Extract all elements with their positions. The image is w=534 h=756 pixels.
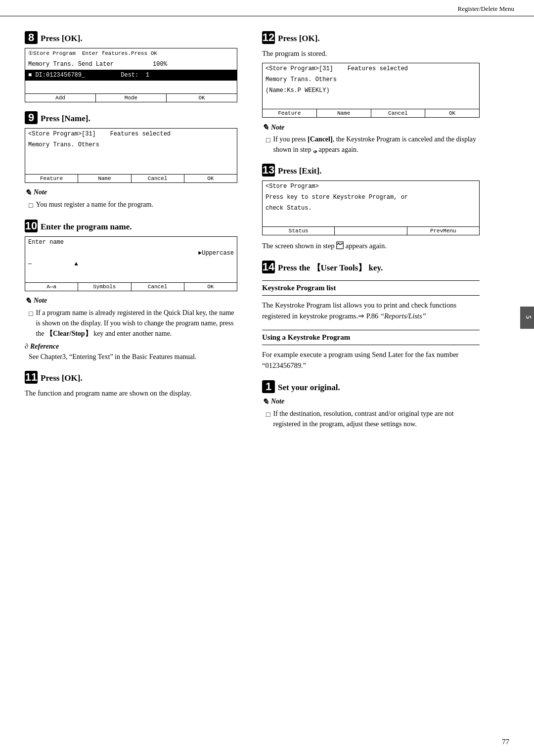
note-text: If the destination, resolution, contrast… — [273, 408, 480, 429]
screen-row: check Status. — [263, 203, 479, 214]
step-11-number: 11 — [25, 371, 38, 384]
screen-buttons: A↔a Symbols Cancel OK — [25, 282, 237, 291]
using-section-title: Using a Keystroke Program — [262, 333, 480, 342]
note-header: ✎ Note — [262, 123, 480, 132]
step-12-title: Press [OK]. — [278, 34, 320, 44]
using-divider-bottom — [262, 345, 480, 345]
step-13-screen: <Store Program> Press key to store Keyst… — [262, 180, 480, 235]
note-header: ✎ Note — [25, 188, 237, 197]
screen-btn-ok: OK — [184, 175, 237, 182]
page-header: Register/Delete Menu — [0, 0, 534, 16]
screen-row: ①Store Program Enter features.Press OK — [25, 48, 237, 59]
screen-btn-ok: OK — [167, 94, 237, 102]
header-title: Register/Delete Menu — [458, 5, 514, 13]
reference-text: See Chapter3, “Entering Text” in the Bas… — [29, 352, 237, 362]
note-item: □ If a program name is already registere… — [29, 308, 237, 339]
step-12-note: ✎ Note □ If you press [Cancel], the Keys… — [262, 123, 480, 155]
screen-btn-name: Name — [317, 109, 371, 117]
screen-row: (Name:Ks.P WEEKLY) — [263, 85, 479, 96]
screen-btn-empty — [335, 227, 407, 235]
note-icon: ✎ — [262, 397, 268, 406]
step-using-1-header: 1 Set your original. — [262, 380, 480, 393]
step-14-number: 14 — [262, 261, 275, 273]
note-icon: ✎ — [25, 188, 31, 197]
step-9-screen: <Store Program>[31] Features selected Me… — [25, 128, 237, 183]
reference-header: ∂ Reference — [25, 343, 237, 351]
note-item: □ If the destination, resolution, contra… — [266, 408, 480, 429]
screen-row — [263, 214, 479, 224]
step-10-reference: ∂ Reference See Chapter3, “Entering Text… — [25, 343, 237, 362]
note-icon: ✎ — [262, 123, 268, 132]
using-divider — [262, 330, 480, 330]
step-10-number: 10 — [25, 220, 38, 232]
screen-row: Enter name — [25, 237, 237, 248]
reference-label: Reference — [30, 343, 59, 351]
step-8-header: 8 Press [OK]. — [25, 31, 237, 44]
screen-btn-feature: Feature — [25, 175, 78, 182]
step-13-header: 13 Press [Exit]. — [262, 164, 480, 177]
step-11-title: Press [OK]. — [41, 373, 83, 383]
screen-row — [25, 81, 237, 91]
note-header: ✎ Note — [25, 296, 237, 306]
note-bullet: □ — [29, 200, 33, 211]
screen-btn-cancel: Cancel — [371, 109, 426, 117]
screen-row — [263, 96, 479, 107]
step-10-screen: Enter name ►Uppercase — ▲ A↔a Symbols Ca… — [25, 236, 237, 291]
step-using-1-number: 1 — [262, 380, 275, 393]
screen-row — [25, 150, 237, 161]
screen-buttons: Feature Name Cancel OK — [263, 109, 479, 117]
screen-btn-ok: OK — [425, 109, 479, 117]
step-10-title: Enter the program name. — [41, 222, 132, 232]
screen-btn-feature: Feature — [263, 109, 317, 117]
using-body: For example execute a program using Send… — [262, 349, 480, 371]
note-text: If a program name is already registered … — [36, 308, 237, 339]
keystroke-divider-bottom — [262, 295, 480, 296]
screen-btn-prevmenu: PrevMenu — [407, 227, 479, 235]
screen-btn-ok: OK — [184, 283, 237, 291]
screen-row: ►Uppercase — [25, 248, 237, 259]
screen-btn-symbols: Symbols — [78, 283, 131, 291]
screen-btn-name: Name — [78, 175, 131, 182]
screen-buttons: Status PrevMenu — [263, 226, 479, 235]
screen-btn-mode: Mode — [96, 94, 167, 102]
step-13-number: 13 — [262, 164, 275, 177]
step-using-1-note: ✎ Note □ If the destination, resolution,… — [262, 397, 480, 429]
note-label: Note — [271, 124, 284, 132]
note-label: Note — [34, 188, 47, 196]
step-12-number: 12 — [262, 31, 275, 44]
side-tab: 5 — [520, 307, 534, 329]
step-12-header: 12 Press [OK]. — [262, 31, 480, 44]
step-9-title: Press [Name]. — [41, 114, 90, 124]
screen-row: Memory Trans. Others — [25, 139, 237, 150]
step-10-header: 10 Enter the program name. — [25, 220, 237, 232]
screen-btn-cancel: Cancel — [132, 175, 184, 182]
screen-row — [25, 269, 237, 280]
screen-row: <Store Program>[31] Features selected — [263, 63, 479, 74]
keystroke-body: The Keystroke Program list allows you to… — [262, 300, 480, 322]
screen-row: Press key to store Keystroke Program, or — [263, 192, 479, 203]
step-8-number: 8 — [25, 31, 38, 44]
step-8-screen: ①Store Program Enter features.Press OK M… — [25, 48, 237, 102]
screen-btn-toggle: A↔a — [25, 283, 78, 291]
note-bullet: □ — [266, 135, 270, 155]
page-number: 77 — [502, 738, 509, 746]
screen-row: Memory Trans. Send Later 100% — [25, 59, 237, 70]
keystroke-divider — [262, 280, 480, 281]
step-13-body: The screen shown in step ؅ appears again… — [262, 240, 480, 251]
screen-btn-add: Add — [25, 94, 96, 102]
note-item: □ If you press [Cancel], the Keystroke P… — [266, 134, 480, 155]
step-using-1-title: Set your original. — [278, 383, 340, 393]
note-bullet: □ — [266, 409, 270, 429]
step-9-number: 9 — [25, 111, 38, 124]
step-12-screen: <Store Program>[31] Features selected Me… — [262, 63, 480, 118]
step-14-header: 14 Press the 【User Tools】 key. — [262, 261, 480, 273]
note-label: Note — [34, 297, 47, 305]
note-text: If you press [Cancel], the Keystroke Pro… — [273, 134, 480, 155]
screen-row: — ▲ — [25, 259, 237, 269]
note-text: You must register a name for the program… — [36, 199, 153, 211]
screen-row: <Store Program> — [263, 181, 479, 192]
note-icon: ✎ — [25, 296, 31, 306]
screen-row — [25, 161, 237, 172]
reference-icon: ∂ — [25, 343, 28, 351]
screen-buttons: Feature Name Cancel OK — [25, 174, 237, 182]
